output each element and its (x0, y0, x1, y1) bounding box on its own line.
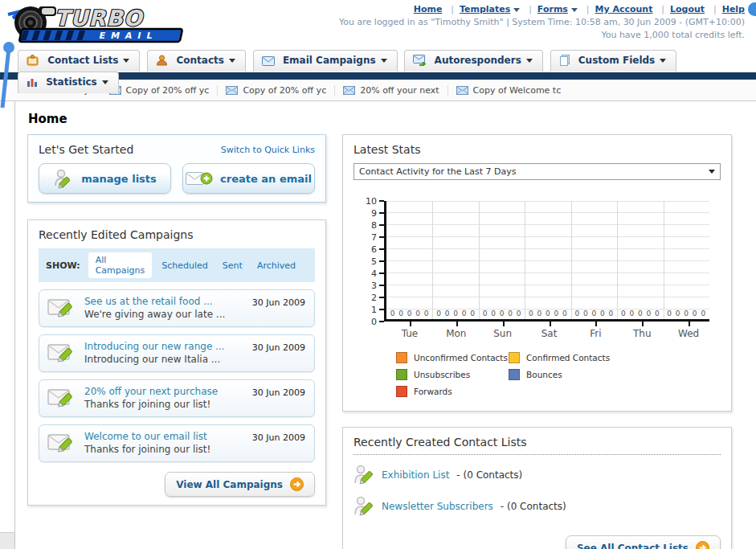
chevron-down-icon (526, 59, 533, 63)
recent-activity-item[interactable]: 20% off your next (343, 85, 447, 96)
filter-archived[interactable]: Archived (257, 260, 296, 271)
campaign-title-link[interactable]: See us at the retail food ... (84, 296, 225, 307)
campaign-title-link[interactable]: 20% off your next purchase (84, 386, 218, 397)
campaign-title-link[interactable]: Introducing our new range ... (84, 341, 225, 352)
chart-day-label: Fri (590, 328, 601, 339)
tab-contacts[interactable]: Contacts (147, 50, 246, 72)
filter-scheduled[interactable]: Scheduled (161, 260, 208, 271)
chart-x-tick (689, 322, 690, 326)
campaign-row[interactable]: See us at the retail food ...We're givin… (39, 289, 315, 327)
view-all-campaigns-label: View All Campaigns (176, 479, 283, 490)
tab-label: Custom Fields (578, 55, 655, 66)
chart-value-label: 0 (629, 309, 634, 318)
chart-value-label: 0 (562, 309, 567, 318)
contact-list-row[interactable]: Newsletter Subscribers - (0 Contacts) (353, 495, 721, 518)
tab-statistics[interactable]: Statistics (18, 72, 119, 93)
chart-x-tick (595, 322, 597, 326)
nav-home[interactable]: Home (414, 4, 443, 14)
campaigns-title: Recently Edited Campaigns (39, 228, 315, 241)
chart-x-tick (503, 322, 505, 326)
left-column: Let's Get Started Switch to Quick Links … (27, 134, 326, 506)
app-logo[interactable]: TURBO EMAIL (5, 3, 206, 47)
tab-custom-fields[interactable]: Custom Fields (550, 50, 677, 72)
chart-x-axis: TueMonSunSatFriThuWed (386, 322, 712, 339)
statistics-icon (27, 76, 38, 88)
campaign-row[interactable]: Welcome to our email listThanks for join… (39, 424, 315, 462)
nav-my-account[interactable]: My Account (581, 4, 653, 14)
tab-contact-lists[interactable]: Contact Lists (18, 50, 140, 72)
tab-label: Contact Lists (47, 55, 118, 66)
legend-label: Bounces (526, 370, 562, 379)
legend-label: Unconfirmed Contacts (414, 353, 508, 363)
main-nav-tabs: Contact Lists Contacts Email Campaigns A… (0, 50, 756, 72)
see-all-contact-lists-button[interactable]: See All Contact Lists (566, 535, 721, 549)
legend-swatch (509, 369, 520, 380)
chart-value-label: 0 (655, 309, 660, 318)
chart-y-tick-label: 10 (366, 197, 377, 206)
nav-forms[interactable]: Forms (523, 4, 578, 14)
chart-value-label: 0 (667, 309, 672, 318)
contact-list-row[interactable]: Exhibition List - (0 Contacts) (353, 464, 721, 486)
switch-quick-links-link[interactable]: Switch to Quick Links (221, 145, 315, 155)
show-label: SHOW: (46, 260, 80, 271)
contact-activity-chart: 012345678910 000000000000000000000000000… (360, 201, 721, 403)
contact-list-link[interactable]: Newsletter Subscribers (382, 501, 493, 512)
chart-value-group: 00000 (432, 309, 478, 318)
chart-day-label: Mon (446, 328, 466, 339)
tab-label: Email Campaigns (283, 55, 376, 66)
stats-dropdown[interactable]: Contact Activity for the Last 7 Days (353, 163, 721, 180)
nav-logout[interactable]: Logout (656, 4, 705, 14)
turbo-email-logo-graphic: TURBO EMAIL (5, 3, 206, 47)
nav-templates[interactable]: Templates (445, 4, 520, 14)
chart-gridline (386, 201, 709, 202)
tab-autoresponders[interactable]: Autoresponders (404, 50, 542, 72)
chart-x-tick-label: Sun (480, 322, 526, 339)
chart-value-label: 0 (574, 309, 579, 318)
latest-stats-title: Latest Stats (353, 143, 721, 156)
chart-y-tick-label: 7 (371, 233, 377, 242)
chart-value-group: 00000 (479, 309, 525, 318)
nav-help[interactable]: Help (708, 4, 745, 14)
chevron-down-icon (123, 59, 129, 63)
tab-label: Statistics (46, 76, 97, 88)
chart-gridline (386, 224, 709, 225)
tab-email-campaigns[interactable]: Email Campaigns (253, 50, 398, 72)
chart-y-tick-label: 1 (371, 305, 377, 314)
view-all-campaigns-button[interactable]: View All Campaigns (165, 472, 315, 497)
chart-day-separator (432, 201, 433, 319)
chart-value-label: 0 (453, 309, 458, 318)
recent-activity-item[interactable]: Copy of Welcome tc (456, 85, 570, 96)
filter-all-campaigns[interactable]: All Campaigns (88, 252, 153, 278)
chart-y-tick-label: 2 (371, 293, 377, 302)
chart-value-label: 0 (600, 309, 605, 318)
chevron-down-icon (381, 59, 387, 63)
recent-activity-item[interactable]: Copy of 20% off yc (226, 85, 335, 96)
chart-value-label: 0 (407, 309, 412, 318)
create-email-button[interactable]: create an email (182, 163, 315, 194)
legend-label: Confirmed Contacts (526, 353, 610, 363)
campaign-row[interactable]: 20% off your next purchaseThanks for joi… (39, 379, 315, 417)
envelope-pencil-icon (47, 432, 76, 454)
email-campaigns-icon (262, 56, 275, 66)
legend-item: Unconfirmed Contacts (396, 352, 509, 363)
contact-list-link[interactable]: Exhibition List (382, 469, 449, 481)
chart-value-label: 0 (500, 309, 505, 318)
chart-value-label: 0 (415, 309, 420, 318)
chart-y-tick-label: 9 (371, 209, 377, 218)
svg-text:TURBO: TURBO (55, 6, 145, 31)
manage-lists-button[interactable]: manage lists (39, 163, 171, 194)
campaign-title-link[interactable]: Welcome to our email list (84, 431, 210, 442)
help-bubble-icon[interactable] (748, 2, 756, 16)
envelope-pencil-icon (47, 342, 76, 364)
filter-sent[interactable]: Sent (223, 260, 243, 271)
campaign-subtitle: Introducing our new Italia ... (84, 354, 225, 365)
legend-swatch (396, 369, 407, 380)
chart-value-group: 00000 (571, 309, 617, 318)
recent-activity-item[interactable]: Copy of 20% off yc (109, 85, 219, 96)
campaign-row[interactable]: Introducing our new range ...Introducing… (39, 334, 315, 372)
legend-item: Confirmed Contacts (509, 352, 621, 363)
chart-value-label: 0 (483, 309, 488, 318)
chart-x-tick-label: Fri (572, 322, 619, 339)
chart-y-tick-label: 5 (371, 257, 377, 266)
chart-value-labels: 00000000000000000000000000000000000 (386, 309, 709, 318)
